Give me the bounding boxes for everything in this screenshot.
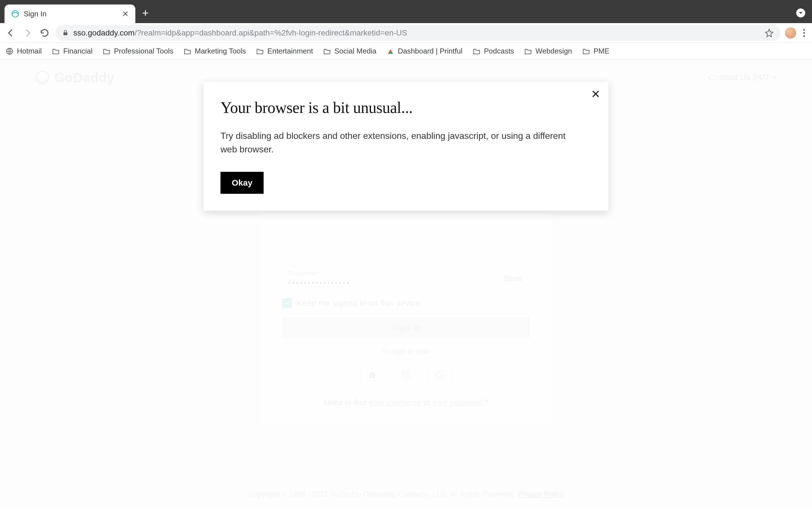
folder-icon: [184, 47, 192, 55]
bookmark-financial[interactable]: Financial: [52, 47, 93, 55]
bookmark-professional-tools[interactable]: Professional Tools: [103, 47, 173, 55]
new-tab-button[interactable]: +: [135, 7, 155, 19]
folder-icon: [524, 47, 532, 55]
bookmark-hotmail[interactable]: Hotmail: [6, 47, 42, 55]
folder-icon: [256, 47, 264, 55]
bookmark-label: Podcasts: [484, 47, 514, 55]
forward-button[interactable]: [21, 27, 34, 39]
bookmark-social-media[interactable]: Social Media: [323, 47, 376, 55]
tab-title: Sign In: [24, 10, 117, 18]
bookmark-entertainment[interactable]: Entertainment: [256, 47, 313, 55]
bookmark-label: Professional Tools: [114, 47, 173, 55]
address-bar[interactable]: sso.godaddy.com/?realm=idp&app=dashboard…: [55, 25, 780, 41]
reload-button[interactable]: [38, 27, 51, 39]
bookmarks-bar: Hotmail Financial Professional Tools Mar…: [0, 43, 812, 60]
profile-avatar[interactable]: [785, 27, 796, 39]
tab-search-button[interactable]: [796, 8, 805, 17]
bookmark-label: Dashboard | Printful: [398, 47, 462, 55]
bookmark-label: PME: [594, 47, 609, 55]
lock-icon: [62, 30, 69, 36]
browser-toolbar: sso.godaddy.com/?realm=idp&app=dashboard…: [0, 23, 812, 43]
bookmark-podcasts[interactable]: Podcasts: [472, 47, 514, 55]
bookmark-label: Hotmail: [17, 47, 42, 55]
bookmark-printful[interactable]: Dashboard | Printful: [387, 47, 462, 55]
modal-body-text: Try disabling ad blockers and other exte…: [220, 129, 576, 156]
folder-icon: [103, 47, 110, 55]
browser-unusual-modal: ✕ Your browser is a bit unusual... Try d…: [204, 82, 608, 211]
bookmark-label: Entertainment: [267, 47, 313, 55]
bookmark-label: Marketing Tools: [195, 47, 246, 55]
bookmark-pme[interactable]: PME: [582, 47, 609, 55]
folder-icon: [472, 47, 480, 55]
bookmark-webdesign[interactable]: Webdesign: [524, 47, 572, 55]
folder-icon: [52, 47, 60, 55]
modal-okay-button[interactable]: Okay: [220, 172, 264, 194]
bookmark-label: Social Media: [335, 47, 376, 55]
page-viewport: GoDaddy Contact Us 24/7 Password * •••••…: [0, 60, 812, 507]
browser-menu-button[interactable]: [801, 27, 808, 39]
url-text: sso.godaddy.com/?realm=idp&app=dashboard…: [73, 29, 407, 38]
back-button[interactable]: [4, 27, 17, 39]
browser-tab-active[interactable]: Sign In ✕: [4, 4, 135, 23]
bookmark-star-icon[interactable]: [765, 29, 774, 38]
tab-favicon: [11, 10, 19, 18]
modal-close-button[interactable]: ✕: [591, 89, 601, 100]
bookmark-label: Financial: [63, 47, 93, 55]
tab-close-icon[interactable]: ✕: [122, 9, 129, 18]
bookmark-marketing-tools[interactable]: Marketing Tools: [184, 47, 246, 55]
folder-icon: [323, 47, 331, 55]
browser-tab-strip: Sign In ✕ +: [0, 0, 812, 23]
printful-icon: [387, 47, 395, 55]
svg-rect-1: [63, 33, 67, 35]
folder-icon: [582, 47, 590, 55]
modal-title: Your browser is a bit unusual...: [220, 99, 592, 117]
globe-icon: [6, 47, 13, 55]
bookmark-label: Webdesign: [536, 47, 572, 55]
